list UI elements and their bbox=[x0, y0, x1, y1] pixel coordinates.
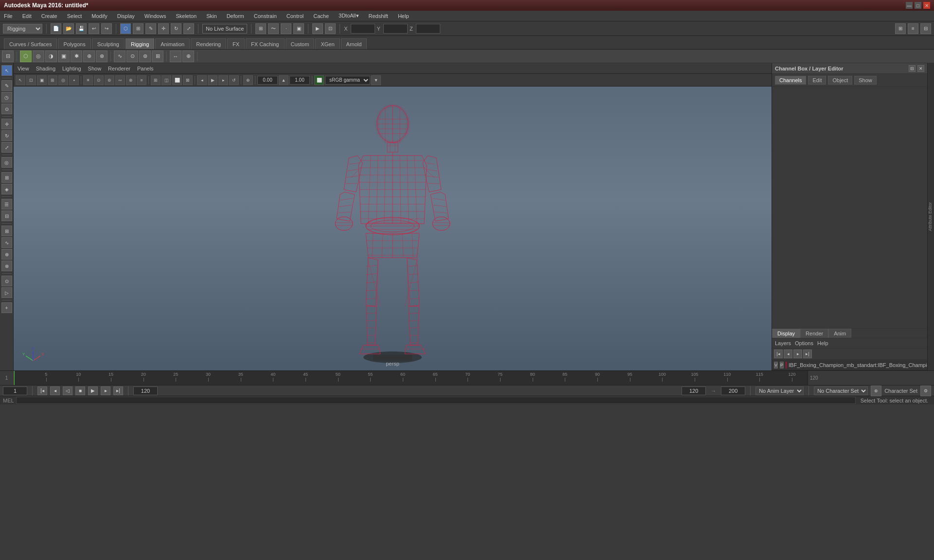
maximize-button[interactable]: □ bbox=[915, 2, 921, 9]
layer-color-swatch[interactable] bbox=[786, 362, 787, 368]
snap-grid-btn-left[interactable]: ⊞ bbox=[1, 226, 12, 236]
vp2-hud-btn[interactable]: ◫ bbox=[162, 75, 171, 85]
tab-custom[interactable]: Custom bbox=[286, 38, 315, 49]
move-btn[interactable]: ✛ bbox=[158, 23, 169, 34]
snap-point-btn[interactable]: · bbox=[281, 23, 291, 34]
layer-btn[interactable]: ☰ bbox=[1, 199, 12, 210]
paint-btn-left[interactable]: ✎ bbox=[1, 80, 12, 91]
snap-curve-btn-left[interactable]: ∿ bbox=[1, 237, 12, 248]
ipr-btn[interactable]: ⊡ bbox=[325, 23, 336, 34]
vp2-gamma-select[interactable]: sRGB gamma Linear bbox=[325, 76, 370, 85]
current-frame-input[interactable] bbox=[3, 386, 27, 395]
pb-goto-end[interactable]: ▸| bbox=[113, 386, 123, 395]
menu-file[interactable]: File bbox=[2, 12, 15, 20]
timeline-playhead[interactable] bbox=[14, 371, 15, 385]
x-coord-input[interactable] bbox=[351, 24, 375, 34]
tab-animation[interactable]: Animation bbox=[155, 38, 190, 49]
vp-show-btn[interactable]: Show bbox=[86, 65, 104, 72]
pb-play-fwd[interactable]: ▶ bbox=[88, 386, 98, 395]
icon-tab-home[interactable]: ⊟ bbox=[2, 51, 14, 62]
frame-end-input[interactable] bbox=[133, 386, 158, 395]
rotate-btn[interactable]: ↻ bbox=[171, 23, 181, 34]
vp-shading-btn[interactable]: Shading bbox=[34, 65, 57, 72]
vp2-quad-btn[interactable]: ⊞ bbox=[48, 75, 57, 85]
no-char-set-dropdown[interactable]: No Character Set bbox=[814, 386, 868, 395]
mel-input[interactable] bbox=[16, 397, 856, 404]
z-coord-input[interactable] bbox=[416, 24, 440, 34]
menu-redshift[interactable]: Redshift bbox=[367, 12, 390, 20]
tab-rigging[interactable]: Rigging bbox=[126, 38, 154, 49]
undo-btn[interactable]: ↩ bbox=[89, 23, 99, 34]
icon-tab-mat[interactable]: ◑ bbox=[45, 51, 57, 62]
layer-play-btn[interactable]: P bbox=[780, 362, 784, 368]
tab-sculpting[interactable]: Sculpting bbox=[92, 38, 125, 49]
measure-btn[interactable]: ⊗ bbox=[1, 261, 12, 271]
icon-tab-wire[interactable]: ◎ bbox=[33, 51, 44, 62]
icon-tab-lattice[interactable]: ⊞ bbox=[152, 51, 163, 62]
vp-lighting-btn[interactable]: Lighting bbox=[60, 65, 83, 72]
pb-step-fwd[interactable]: ▸ bbox=[101, 386, 110, 395]
save-scene-btn[interactable]: 💾 bbox=[76, 23, 87, 34]
vp2-gate-btn[interactable]: ⬜ bbox=[172, 75, 182, 85]
paint-btn[interactable]: ✎ bbox=[145, 23, 156, 34]
layers-opt[interactable]: Layers bbox=[775, 340, 791, 346]
mode-dropdown[interactable]: Rigging Animation Polygons Rendering bbox=[3, 24, 42, 34]
show-manip-btn[interactable]: ⊞ bbox=[1, 172, 12, 183]
layer-nav-last[interactable]: ▸| bbox=[803, 350, 812, 358]
vp2-aa-btn[interactable]: ∾ bbox=[115, 75, 125, 85]
tab-arnold[interactable]: Arnold bbox=[341, 38, 367, 49]
vp2-grid-btn[interactable]: ⊞ bbox=[151, 75, 161, 85]
menu-control[interactable]: Control bbox=[285, 12, 305, 20]
icon-tab-attach[interactable]: ⊙ bbox=[126, 51, 138, 62]
menu-help[interactable]: Help bbox=[396, 12, 411, 20]
layer2-btn[interactable]: ⊟ bbox=[1, 210, 12, 221]
vp2-isolate-btn[interactable]: ⊙ bbox=[94, 75, 104, 85]
lasso-btn[interactable]: ⊞ bbox=[133, 23, 144, 34]
vp2-play-btn[interactable]: ▶ bbox=[208, 75, 217, 85]
vp2-gamma-menu[interactable]: ▼ bbox=[371, 75, 381, 85]
layer-vis-btn[interactable]: V bbox=[774, 362, 778, 368]
vp2-val1-input[interactable] bbox=[257, 76, 278, 85]
layer-nav-first[interactable]: |◂ bbox=[774, 350, 783, 358]
cam-manager-btn[interactable]: ⊞ bbox=[895, 23, 906, 34]
pb-step-back[interactable]: ◂ bbox=[50, 386, 60, 395]
tab-polygons[interactable]: Polygons bbox=[58, 38, 90, 49]
viewport[interactable]: X Y Z persp bbox=[14, 87, 772, 370]
close-button[interactable]: ✕ bbox=[923, 2, 930, 9]
minimize-button[interactable]: — bbox=[906, 2, 913, 9]
menu-constrain[interactable]: Constrain bbox=[252, 12, 279, 20]
magnet-btn[interactable]: ⊕ bbox=[1, 249, 12, 260]
menu-edit[interactable]: Edit bbox=[20, 12, 34, 20]
vp2-color-btn[interactable]: ⬜ bbox=[314, 75, 324, 85]
icon-tab-ik[interactable]: ⊗ bbox=[96, 51, 108, 62]
rotate-btn-left[interactable]: ↻ bbox=[1, 130, 12, 141]
artisan-btn[interactable]: ◷ bbox=[1, 92, 12, 103]
timeline-ruler[interactable]: 1510152025303540455055606570758085909510… bbox=[14, 371, 808, 385]
attr-editor-btn[interactable]: ⊟ bbox=[920, 23, 931, 34]
vp2-wire-btn[interactable]: ◎ bbox=[58, 75, 68, 85]
menu-cache[interactable]: Cache bbox=[311, 12, 331, 20]
char-set-btn[interactable]: ⊕ bbox=[871, 385, 881, 396]
y-coord-input[interactable] bbox=[383, 24, 408, 34]
tab-fx[interactable]: FX bbox=[227, 38, 245, 49]
vp2-val2-input[interactable] bbox=[289, 76, 310, 85]
pb-goto-start[interactable]: |◂ bbox=[37, 386, 47, 395]
render-btn[interactable]: ▶ bbox=[312, 23, 323, 34]
menu-display[interactable]: Display bbox=[115, 12, 137, 20]
vp2-fog-btn[interactable]: ≡ bbox=[137, 75, 146, 85]
help-opt[interactable]: Help bbox=[817, 340, 828, 346]
options-opt[interactable]: Options bbox=[795, 340, 813, 346]
object-tab[interactable]: Object bbox=[828, 76, 852, 85]
move-btn-left[interactable]: ✛ bbox=[1, 119, 12, 129]
no-anim-layer-dropdown[interactable]: No Anim Layer bbox=[755, 386, 804, 395]
menu-modify[interactable]: Modify bbox=[90, 12, 109, 20]
menu-select[interactable]: Select bbox=[65, 12, 84, 20]
menu-skeleton[interactable]: Skeleton bbox=[174, 12, 198, 20]
vp-renderer-btn[interactable]: Renderer bbox=[106, 65, 132, 72]
camera-btn[interactable]: ⊙ bbox=[1, 276, 12, 286]
vp-view-btn[interactable]: View bbox=[16, 65, 31, 72]
vp2-loop-btn[interactable]: ↺ bbox=[229, 75, 239, 85]
soft-mod-btn[interactable]: ◎ bbox=[1, 157, 12, 168]
scale-btn[interactable]: ⤢ bbox=[183, 23, 194, 34]
menu-deform[interactable]: Deform bbox=[225, 12, 246, 20]
